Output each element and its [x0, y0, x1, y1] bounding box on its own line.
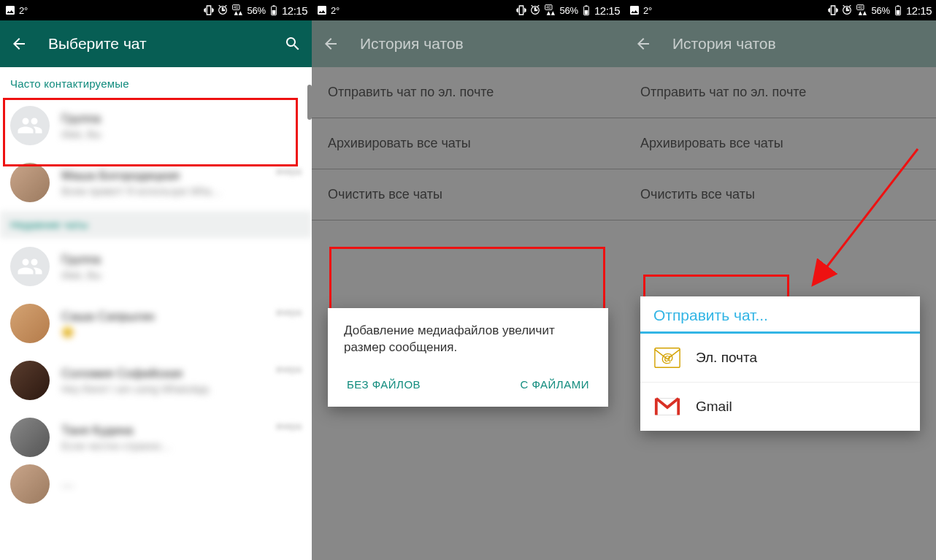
row-email-chat[interactable]: Отправить чат по эл. почте [312, 67, 624, 118]
status-time: 12:15 [594, 4, 620, 17]
chat-row[interactable]: Соломия Софийская Hey there! I am using … [0, 352, 312, 409]
back-icon[interactable] [10, 35, 28, 53]
chat-row[interactable]: Саша Сапрыгин 😊 вчера [0, 295, 312, 352]
gmail-icon [653, 393, 681, 421]
chat-row[interactable]: Таня Кудина Если честно странно… вчера [0, 409, 312, 466]
avatar [10, 163, 50, 202]
chat-row-group[interactable]: Группа Имя, Вы [0, 97, 312, 154]
chat-row[interactable]: Маша Богородицкая Всем привет! Я использ… [0, 154, 312, 211]
svg-text:4G: 4G [546, 6, 551, 9]
settings-content: Отправить чат по эл. почте Архивировать … [312, 67, 624, 560]
app-bar: История чатов [624, 20, 936, 67]
svg-rect-8 [586, 5, 588, 6]
page-title: История чатов [360, 35, 614, 53]
group-avatar-icon [10, 247, 50, 286]
vibrate-icon [827, 4, 839, 16]
status-temperature: 2° [643, 5, 652, 16]
svg-text:@: @ [661, 351, 674, 365]
page-title: Выберите чат [48, 35, 284, 53]
svg-rect-4 [272, 10, 276, 15]
svg-text:4G: 4G [858, 6, 863, 9]
row-archive-all[interactable]: Архивировать все чаты [312, 118, 624, 169]
phone-screen-3: 2° 4G 56% 12:15 История чатов Отправить … [624, 0, 936, 560]
status-time: 12:15 [282, 4, 307, 17]
vibrate-icon [515, 4, 527, 16]
row-archive-all[interactable]: Архивировать все чаты [624, 118, 936, 169]
section-frequent: Часто контактируемые [0, 67, 312, 97]
share-option-gmail[interactable]: Gmail [640, 383, 920, 431]
svg-rect-9 [585, 10, 588, 15]
network-icon: 4G [231, 4, 245, 16]
avatar [10, 361, 50, 400]
media-dialog: Добавление медиафайлов увеличит размер с… [328, 308, 608, 407]
status-bar: 2° 4G 56% 12:15 [312, 0, 624, 20]
avatar [10, 464, 50, 504]
status-bar: 2° 4G 56% 12:15 [624, 0, 936, 20]
app-bar: Выберите чат [0, 20, 312, 67]
status-battery-pct: 56% [248, 5, 266, 16]
svg-rect-3 [273, 5, 275, 6]
svg-text:4G: 4G [234, 6, 239, 9]
battery-icon [580, 4, 592, 16]
group-avatar-icon [10, 106, 50, 145]
picture-icon [629, 4, 640, 16]
share-option-email[interactable]: @ Эл. почта [640, 334, 920, 383]
alarm-icon [217, 4, 229, 16]
search-icon[interactable] [284, 35, 302, 53]
button-without-files[interactable]: БЕЗ ФАЙЛОВ [344, 372, 423, 396]
app-bar: История чатов [312, 20, 624, 67]
back-icon[interactable] [634, 35, 652, 53]
status-temperature: 2° [331, 5, 340, 16]
battery-icon [268, 4, 280, 16]
battery-icon [892, 4, 904, 16]
svg-rect-13 [897, 5, 899, 6]
share-sheet-title: Отправить чат... [640, 296, 920, 334]
phone-screen-2: 2° 4G 56% 12:15 История чатов Отправить … [312, 0, 624, 560]
share-option-label: Эл. почта [696, 350, 757, 366]
network-icon: 4G [855, 4, 870, 16]
email-app-icon: @ [653, 344, 681, 372]
status-battery-pct: 56% [872, 5, 890, 16]
phone-screen-1: 2° 4G 56% 12:15 Выберите чат Часто конта… [0, 0, 312, 560]
alarm-icon [841, 4, 853, 16]
section-recent: Недавние чаты [0, 211, 312, 238]
button-with-files[interactable]: С ФАЙЛАМИ [518, 372, 593, 396]
avatar [10, 418, 50, 457]
alarm-icon [529, 4, 541, 16]
share-option-label: Gmail [696, 399, 732, 415]
row-clear-all[interactable]: Очистить все чаты [624, 169, 936, 220]
chat-row[interactable]: Группа Имя, Вы [0, 238, 312, 295]
chat-list: Часто контактируемые Группа Имя, Вы Маша… [0, 67, 312, 560]
dialog-message: Добавление медиафайлов увеличит размер с… [344, 323, 592, 356]
settings-content: Отправить чат по эл. почте Архивировать … [624, 67, 936, 560]
row-clear-all[interactable]: Очистить все чаты [312, 169, 624, 220]
chat-row[interactable]: … [0, 466, 312, 502]
avatar [10, 304, 50, 343]
status-time: 12:15 [906, 4, 932, 17]
share-sheet: Отправить чат... @ Эл. почта Gmail [640, 296, 920, 431]
status-battery-pct: 56% [560, 5, 578, 16]
vibrate-icon [203, 4, 215, 16]
back-icon[interactable] [322, 35, 340, 53]
svg-rect-14 [897, 10, 900, 15]
network-icon: 4G [543, 4, 558, 16]
page-title: История чатов [672, 35, 926, 53]
row-email-chat[interactable]: Отправить чат по эл. почте [624, 67, 936, 118]
picture-icon [316, 4, 328, 16]
status-bar: 2° 4G 56% 12:15 [0, 0, 312, 20]
status-temperature: 2° [19, 5, 28, 16]
picture-icon [4, 4, 16, 16]
